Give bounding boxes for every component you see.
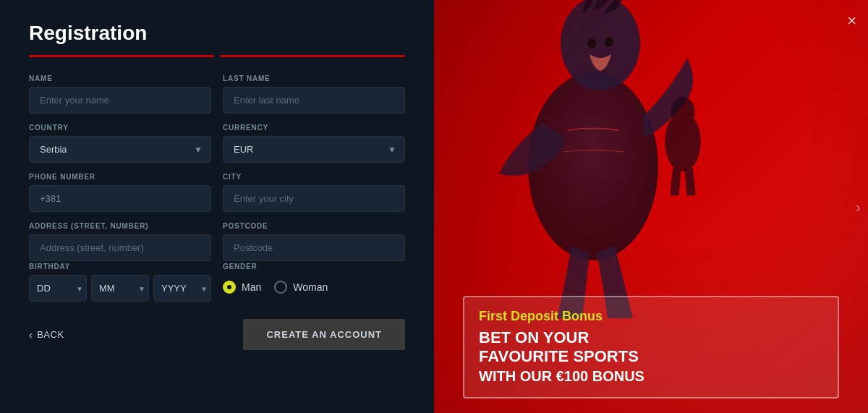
phone-input[interactable] bbox=[29, 185, 211, 212]
gender-label: GENDER bbox=[223, 263, 405, 271]
progress-segment-1 bbox=[29, 55, 214, 57]
svg-point-1 bbox=[561, 0, 640, 90]
currency-group: CURRENCY EUR ▼ bbox=[223, 124, 405, 163]
bonus-card: First Deposit Bonus BET ON YOUR FAVOURIT… bbox=[463, 296, 839, 399]
gender-woman-label: Woman bbox=[293, 281, 328, 293]
birthday-mm-wrapper: MM ▼ bbox=[91, 275, 149, 302]
bonus-line2: FAVOURITE SPORTS bbox=[479, 347, 639, 365]
currency-select-wrapper: EUR ▼ bbox=[223, 136, 405, 163]
bonus-line3: WITH OUR €100 BONUS bbox=[479, 368, 644, 384]
gender-woman-radio[interactable] bbox=[274, 281, 287, 294]
phone-group: PHONE NUMBER bbox=[29, 173, 211, 212]
lastname-input[interactable] bbox=[223, 87, 405, 114]
gender-options: Man Woman bbox=[223, 275, 405, 294]
birthday-mm-select[interactable]: MM bbox=[91, 275, 149, 302]
postcode-group: POSTCODE bbox=[223, 222, 405, 261]
currency-label: CURRENCY bbox=[223, 124, 405, 132]
player-illustration bbox=[448, 0, 752, 333]
bonus-line1: BET ON YOUR bbox=[479, 328, 589, 346]
right-nav-arrow-icon[interactable]: › bbox=[856, 198, 861, 215]
postcode-label: POSTCODE bbox=[223, 222, 405, 230]
city-label: CITY bbox=[223, 173, 405, 181]
svg-point-0 bbox=[528, 72, 658, 260]
gender-group: GENDER Man Woman bbox=[223, 263, 405, 302]
country-select[interactable]: Serbia bbox=[29, 136, 211, 163]
progress-segment-2 bbox=[220, 55, 405, 57]
currency-select[interactable]: EUR bbox=[223, 136, 405, 163]
page-title: Registration bbox=[29, 22, 405, 45]
bonus-title: First Deposit Bonus bbox=[479, 309, 823, 324]
back-button[interactable]: ‹ BACK bbox=[29, 329, 64, 341]
birthday-label: BIRTHDAY bbox=[29, 263, 211, 271]
name-input[interactable] bbox=[29, 87, 211, 114]
bottom-actions: ‹ BACK CREATE AN ACCOUNT bbox=[29, 319, 405, 350]
birthday-gender-row: BIRTHDAY DD ▼ MM ▼ YYYY bbox=[29, 263, 405, 302]
lastname-group: LAST NAME bbox=[223, 74, 405, 114]
right-panel: × First Deposit Bonus BET ON YOUR FAVOUR… bbox=[434, 0, 868, 413]
name-label: NAME bbox=[29, 74, 211, 82]
address-group: ADDRESS (STREET, NUMBER) bbox=[29, 222, 211, 261]
svg-point-5 bbox=[671, 97, 695, 127]
birthday-dd-wrapper: DD ▼ bbox=[29, 275, 87, 302]
create-account-button[interactable]: CREATE AN ACCOUNT bbox=[243, 319, 405, 350]
bonus-text: BET ON YOUR FAVOURITE SPORTS WITH OUR €1… bbox=[479, 328, 823, 386]
address-label: ADDRESS (STREET, NUMBER) bbox=[29, 222, 211, 230]
left-panel: Registration NAME LAST NAME COUNTRY Serb… bbox=[0, 0, 434, 413]
country-group: COUNTRY Serbia ▼ bbox=[29, 124, 211, 163]
country-select-wrapper: Serbia ▼ bbox=[29, 136, 211, 163]
phone-label: PHONE NUMBER bbox=[29, 173, 211, 181]
address-input[interactable] bbox=[29, 234, 211, 261]
country-label: COUNTRY bbox=[29, 124, 211, 132]
birthday-group: BIRTHDAY DD ▼ MM ▼ YYYY bbox=[29, 263, 211, 302]
gender-man-option[interactable]: Man bbox=[223, 281, 261, 294]
city-group: CITY bbox=[223, 173, 405, 212]
close-button[interactable]: × bbox=[847, 12, 856, 30]
back-button-label: BACK bbox=[37, 329, 64, 340]
svg-point-2 bbox=[587, 38, 596, 48]
lastname-label: LAST NAME bbox=[223, 74, 405, 82]
form-grid: NAME LAST NAME COUNTRY Serbia ▼ CURRENCY… bbox=[29, 74, 405, 261]
back-arrow-icon: ‹ bbox=[29, 329, 33, 341]
progress-bar bbox=[29, 55, 405, 57]
postcode-input[interactable] bbox=[223, 234, 405, 261]
birthday-dd-select[interactable]: DD bbox=[29, 275, 87, 302]
city-input[interactable] bbox=[223, 185, 405, 212]
svg-point-3 bbox=[605, 37, 613, 47]
gender-woman-option[interactable]: Woman bbox=[274, 281, 328, 294]
birthday-yyyy-select[interactable]: YYYY bbox=[153, 275, 211, 302]
birthday-selects: DD ▼ MM ▼ YYYY ▼ bbox=[29, 275, 211, 302]
gender-man-label: Man bbox=[242, 281, 261, 293]
gender-man-radio[interactable] bbox=[223, 281, 236, 294]
name-group: NAME bbox=[29, 74, 211, 114]
birthday-yyyy-wrapper: YYYY ▼ bbox=[153, 275, 211, 302]
